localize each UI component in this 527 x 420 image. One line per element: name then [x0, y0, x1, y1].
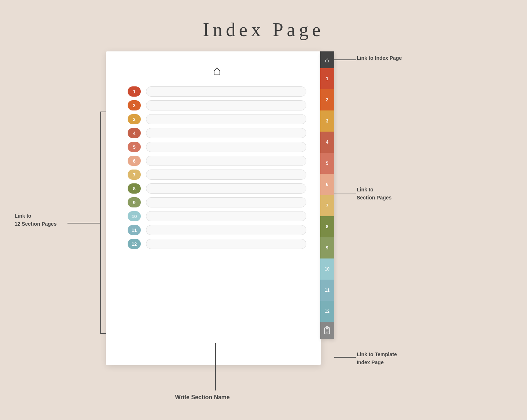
bottom-line [215, 343, 216, 390]
section-badge-10: 10 [128, 211, 141, 221]
annotation-link-12-sections: Link to12 Section Pages [15, 212, 57, 228]
section-row-12[interactable]: 12 [128, 239, 306, 249]
annotation-link-section-right: Link toSection Pages [357, 186, 392, 202]
left-bracket-line [67, 223, 100, 223]
sidebar-tab-3[interactable]: 3 [320, 110, 334, 132]
section-badge-3: 3 [128, 114, 141, 124]
left-bracket [100, 112, 106, 334]
section-line-12[interactable] [146, 239, 306, 249]
section-line-1[interactable] [146, 86, 306, 97]
section-badge-9: 9 [128, 197, 141, 207]
section-row-8[interactable]: 8 [128, 183, 306, 194]
main-container: ⌂ 123456789101112 ⌂ 123456789101112 Link… [0, 51, 527, 416]
section-row-7[interactable]: 7 [128, 170, 306, 180]
section-line-9[interactable] [146, 197, 306, 207]
sidebar-tab-2[interactable]: 2 [320, 89, 334, 110]
sidebar-tab-8[interactable]: 8 [320, 216, 334, 237]
section-line-11[interactable] [146, 225, 306, 235]
section-row-9[interactable]: 9 [128, 197, 306, 207]
section-line-6[interactable] [146, 156, 306, 166]
page-title: Index Page [0, 0, 527, 40]
sidebar-tab-6[interactable]: 6 [320, 174, 334, 195]
annotation-link-index: Link to Index Page [357, 55, 402, 61]
section-badge-12: 12 [128, 239, 141, 249]
section-badge-6: 6 [128, 156, 141, 166]
section-list: 123456789101112 [128, 86, 306, 249]
section-line-7[interactable] [146, 170, 306, 180]
section-row-3[interactable]: 3 [128, 114, 306, 124]
sidebar-tab-9[interactable]: 9 [320, 237, 334, 258]
clipboard-icon [324, 326, 330, 334]
right-line-index [334, 59, 356, 60]
section-badge-11: 11 [128, 225, 141, 235]
sidebar-tab-12[interactable]: 12 [320, 301, 334, 322]
section-row-11[interactable]: 11 [128, 225, 306, 235]
sidebar-tabs: ⌂ 123456789101112 [320, 51, 334, 339]
section-row-2[interactable]: 2 [128, 100, 306, 110]
paper-home-icon[interactable]: ⌂ [128, 62, 306, 78]
section-badge-1: 1 [128, 86, 141, 97]
right-line-template [334, 357, 356, 358]
section-badge-8: 8 [128, 183, 141, 194]
section-row-6[interactable]: 6 [128, 156, 306, 166]
paper-card: ⌂ 123456789101112 [106, 51, 321, 365]
section-badge-4: 4 [128, 128, 141, 138]
sidebar-tab-5[interactable]: 5 [320, 153, 334, 174]
section-line-5[interactable] [146, 142, 306, 152]
section-row-4[interactable]: 4 [128, 128, 306, 138]
annotation-write-section: Write Section Name [175, 394, 230, 401]
sidebar-tab-11[interactable]: 11 [320, 280, 334, 301]
section-badge-2: 2 [128, 100, 141, 110]
section-row-10[interactable]: 10 [128, 211, 306, 221]
sidebar-tab-10[interactable]: 10 [320, 258, 334, 280]
section-row-5[interactable]: 5 [128, 142, 306, 152]
sidebar-template-tab[interactable] [320, 322, 334, 339]
section-line-4[interactable] [146, 128, 306, 138]
section-line-10[interactable] [146, 211, 306, 221]
section-row-1[interactable]: 1 [128, 86, 306, 97]
sidebar-tab-7[interactable]: 7 [320, 195, 334, 216]
section-line-8[interactable] [146, 183, 306, 194]
section-line-2[interactable] [146, 100, 306, 110]
sidebar-tab-4[interactable]: 4 [320, 132, 334, 153]
annotation-link-template: Link to TemplateIndex Page [357, 350, 397, 367]
section-badge-5: 5 [128, 142, 141, 152]
right-line-section [334, 194, 356, 194]
section-line-3[interactable] [146, 114, 306, 124]
sidebar-tab-1[interactable]: 1 [320, 68, 334, 89]
sidebar-home-tab[interactable]: ⌂ [320, 51, 334, 68]
section-badge-7: 7 [128, 170, 141, 180]
